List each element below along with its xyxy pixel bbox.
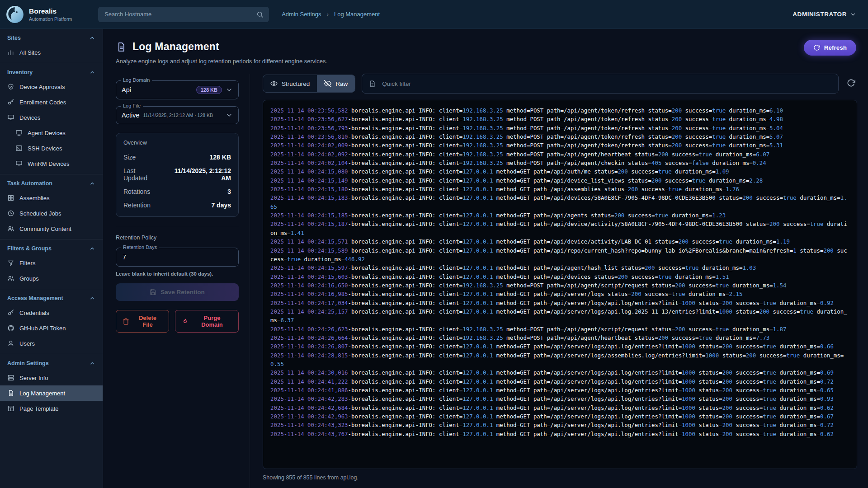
retention-days-field[interactable]: Retention Days (116, 248, 239, 267)
log-line: 2025-11-14 00:24:02,009-borealis.engine.… (270, 141, 849, 150)
log-settings-panel: Log Domain Api 128 KB Log File Active 11… (116, 74, 250, 488)
log-line: 2025-11-14 00:24:15,603-borealis.engine.… (270, 272, 849, 281)
sidebar-item-devices[interactable]: Devices (0, 110, 103, 125)
sidebar-item-ssh-devices[interactable]: SSH Devices (0, 141, 103, 156)
sidebar-item-assemblies[interactable]: Assemblies (0, 190, 103, 206)
log-line: 2025-11-14 00:24:28,815-borealis.engine.… (270, 351, 849, 369)
overview-row-last-updated: Last Updated11/14/2025, 2:12:12 AM (123, 164, 231, 185)
search-input[interactable] (104, 10, 253, 18)
log-line: 2025-11-14 00:24:15,183-borealis.engine.… (270, 193, 849, 211)
structured-mode-button[interactable]: Structured (263, 75, 317, 92)
chevron-up-icon (89, 35, 95, 41)
refresh-icon (813, 44, 820, 51)
log-line: 2025-11-14 00:24:16,650-borealis.engine.… (270, 281, 849, 290)
quick-filter[interactable] (362, 74, 839, 94)
log-line: 2025-11-14 00:24:30,016-borealis.engine.… (270, 368, 849, 377)
purge-domain-button[interactable]: Purge Domain (175, 310, 239, 333)
sidebar-section-sites[interactable]: Sites (0, 29, 103, 45)
log-line: 2025-11-14 00:24:43,323-borealis.engine.… (270, 421, 849, 429)
sidebar-item-page-template[interactable]: Page Template (0, 401, 103, 416)
log-count-status: Showing 855 of 855 lines from api.log. (263, 474, 857, 481)
sidebar-section-admin-settings[interactable]: Admin Settings (0, 354, 103, 370)
log-file-select[interactable]: Log File Active 11/14/2025, 2:12:12 AM ·… (116, 106, 239, 124)
sidebar-section-access-management[interactable]: Access Management (0, 289, 103, 305)
chevron-up-icon (89, 180, 95, 187)
log-line: 2025-11-14 00:24:26,664-borealis.engine.… (270, 333, 849, 342)
hostname-search[interactable] (98, 7, 269, 22)
sidebar-section-task-automation[interactable]: Task Automation (0, 174, 103, 190)
sidebar-item-github-api-token[interactable]: GitHub API Token (0, 320, 103, 336)
log-line: 2025-11-14 00:24:41,222-borealis.engine.… (270, 377, 849, 386)
sidebar-section-inventory[interactable]: Inventory (0, 63, 103, 79)
sidebar-item-groups[interactable]: Groups (0, 271, 103, 286)
quick-filter-input[interactable] (381, 80, 832, 88)
trash-icon (123, 318, 129, 325)
save-icon (150, 289, 156, 296)
clock-icon (7, 210, 14, 217)
log-line: 2025-11-14 00:24:15,185-borealis.engine.… (270, 211, 849, 220)
save-retention-button[interactable]: Save Retention (116, 283, 239, 301)
log-line: 2025-11-14 00:24:15,080-borealis.engine.… (270, 167, 849, 176)
filter-icon (7, 259, 14, 267)
terminal-icon (15, 145, 23, 152)
log-line: 2025-11-14 00:24:15,571-borealis.engine.… (270, 237, 849, 246)
refresh-button[interactable]: Refresh (804, 40, 856, 56)
chevron-up-icon (89, 360, 95, 366)
sidebar-item-agent-devices[interactable]: Agent Devices (0, 125, 103, 141)
sidebar-item-device-approvals[interactable]: Device Approvals (0, 79, 103, 94)
log-line: 2025-11-14 00:24:42,283-borealis.engine.… (270, 394, 849, 403)
people-icon (7, 275, 14, 282)
github-icon (7, 324, 14, 332)
log-management-icon (116, 42, 127, 52)
brand: Borealis Automation Platform (5, 5, 72, 24)
sidebar-item-all-sites[interactable]: All Sites (0, 45, 103, 60)
log-domain-size-badge: 128 KB (196, 86, 222, 94)
key-icon (7, 309, 14, 316)
overview-title: Overview (123, 140, 231, 146)
reload-logs-button[interactable] (845, 77, 857, 90)
log-file-meta: 11/14/2025, 2:12:12 AM · 128 KB (143, 113, 213, 118)
sidebar-item-winrm-devices[interactable]: WinRM Devices (0, 156, 103, 171)
overview-card: Overview Size128 KBLast Updated11/14/202… (116, 133, 239, 217)
shield-check-icon (7, 83, 14, 90)
log-line: 2025-11-14 00:24:17,034-borealis.engine.… (270, 299, 849, 307)
log-line: 2025-11-14 00:24:26,807-borealis.engine.… (270, 342, 849, 351)
log-line: 2025-11-14 00:24:02,104-borealis.engine.… (270, 159, 849, 167)
page-header: Log Management Analyze engine logs and a… (103, 29, 868, 71)
log-line: 2025-11-14 00:24:15,187-borealis.engine.… (270, 220, 849, 237)
breadcrumb-admin-settings[interactable]: Admin Settings (282, 11, 321, 18)
log-line: 2025-11-14 00:24:15,589-borealis.engine.… (270, 246, 849, 264)
sidebar-item-filters[interactable]: Filters (0, 255, 103, 271)
search-icon (256, 11, 264, 18)
breadcrumb-log-management[interactable]: Log Management (334, 11, 380, 18)
sidebar-item-server-info[interactable]: Server Info (0, 370, 103, 385)
retention-days-input[interactable] (122, 253, 233, 261)
sidebar-item-credentials[interactable]: Credentials (0, 305, 103, 320)
log-line: 2025-11-14 00:24:15,597-borealis.engine.… (270, 263, 849, 272)
divider (116, 227, 239, 227)
brand-logo-icon (5, 5, 24, 24)
delete-file-button[interactable]: Delete File (116, 310, 169, 333)
breadcrumb: Admin Settings › Log Management (282, 11, 380, 18)
retention-days-label: Retention Days (121, 244, 159, 250)
monitor-icon (15, 129, 23, 136)
sidebar-item-users[interactable]: Users (0, 336, 103, 351)
page-title: Log Management (132, 41, 219, 53)
monitor-icon (15, 160, 23, 167)
brand-name: Borealis (29, 7, 72, 15)
chevron-down-icon (850, 11, 856, 18)
log-domain-select[interactable]: Log Domain Api 128 KB (116, 80, 239, 99)
sidebar-item-log-management[interactable]: Log Management (0, 385, 103, 401)
log-domain-value: Api (122, 86, 131, 94)
raw-mode-button[interactable]: Raw (317, 75, 355, 92)
sidebar-item-scheduled-jobs[interactable]: Scheduled Jobs (0, 206, 103, 221)
user-menu[interactable]: ADMINISTRATOR (793, 11, 856, 18)
eye-off-icon (324, 80, 331, 87)
log-line: 2025-11-14 00:23:56,582-borealis.engine.… (270, 106, 849, 115)
sidebar: SitesAll SitesInventoryDevice ApprovalsE… (0, 29, 103, 488)
sidebar-section-filters-groups[interactable]: Filters & Groups (0, 239, 103, 255)
sidebar-item-enrollment-codes[interactable]: Enrollment Codes (0, 94, 103, 110)
breadcrumb-separator: › (327, 11, 329, 18)
log-output[interactable]: 2025-11-14 00:23:56,582-borealis.engine.… (263, 100, 857, 469)
sidebar-item-community-content[interactable]: Community Content (0, 221, 103, 236)
